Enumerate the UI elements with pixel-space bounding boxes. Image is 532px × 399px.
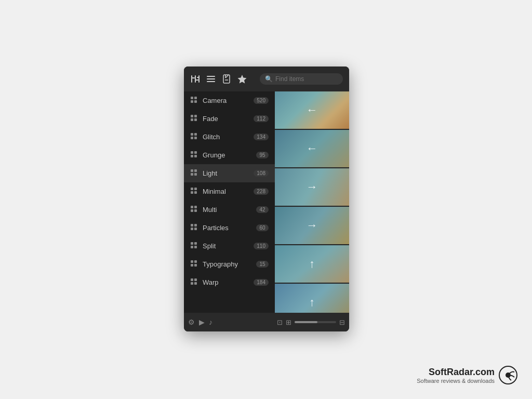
preview-item-5[interactable]: ↑: [275, 245, 349, 283]
svg-rect-27: [194, 151, 197, 154]
grunge-count: 95: [256, 152, 269, 158]
svg-rect-52: [191, 264, 193, 267]
multi-label: Multi: [203, 206, 252, 214]
fullscreen-icon[interactable]: ⊟: [339, 318, 345, 326]
light-label: Light: [203, 169, 249, 177]
preview-item-6[interactable]: ↑: [275, 284, 349, 313]
expand-icon[interactable]: ⊞: [286, 318, 291, 326]
play-icon[interactable]: ▶: [199, 318, 205, 326]
svg-rect-17: [194, 100, 197, 103]
music-icon[interactable]: ♪: [209, 318, 212, 326]
sidebar-item-camera[interactable]: Camera 520: [184, 91, 275, 110]
svg-rect-53: [194, 264, 197, 267]
preview-arrow-6: ↑: [309, 296, 315, 309]
sidebar-item-fade[interactable]: Fade 112: [184, 110, 275, 128]
svg-rect-43: [194, 224, 197, 227]
search-input[interactable]: [275, 75, 338, 83]
sidebar-item-glitch[interactable]: Glitch 134: [184, 128, 275, 146]
svg-rect-48: [191, 246, 193, 248]
warp-label: Warp: [203, 278, 249, 286]
sidebar-item-grunge[interactable]: Grunge 95: [184, 146, 275, 164]
svg-rect-40: [191, 209, 193, 212]
light-category-icon: [190, 169, 198, 178]
sidebar: Camera 520 Fade 112 Glitch 134: [184, 91, 275, 313]
minimal-category-icon: [190, 187, 198, 196]
sidebar-item-split[interactable]: Split 110: [184, 237, 275, 255]
split-label: Split: [203, 242, 249, 250]
svg-rect-28: [191, 155, 193, 157]
svg-rect-23: [194, 133, 197, 136]
warp-category-icon: [190, 278, 198, 287]
preview-arrow-4: →: [307, 219, 318, 232]
preview-item-2[interactable]: ←: [275, 130, 349, 167]
typography-label: Typography: [203, 260, 252, 268]
bottom-left-icons: ⚙ ▶ ♪: [188, 318, 212, 326]
preview-item-4[interactable]: →: [275, 207, 349, 244]
fade-label: Fade: [203, 115, 249, 123]
toolbar-icons: [190, 74, 247, 84]
svg-rect-54: [191, 278, 193, 281]
export-icon[interactable]: [221, 74, 232, 84]
glitch-count: 134: [254, 134, 269, 140]
fade-category-icon: [190, 114, 198, 123]
multi-count: 42: [256, 206, 269, 213]
svg-rect-14: [191, 97, 193, 99]
favorites-icon[interactable]: [237, 74, 247, 84]
svg-rect-4: [198, 75, 200, 83]
preview-panel: ← ← → → ↑ ↑: [275, 91, 349, 313]
svg-rect-0: [191, 75, 192, 83]
svg-rect-33: [194, 173, 197, 176]
svg-marker-13: [238, 75, 247, 84]
svg-rect-49: [194, 246, 197, 248]
preview-item-1[interactable]: ←: [275, 91, 349, 129]
svg-rect-20: [191, 118, 193, 121]
svg-rect-16: [191, 100, 193, 103]
svg-rect-15: [194, 97, 197, 99]
svg-rect-1: [191, 77, 195, 78]
svg-rect-26: [191, 151, 193, 154]
typography-category-icon: [190, 260, 198, 269]
svg-rect-24: [191, 137, 193, 139]
settings-bottom-icon[interactable]: ⚙: [188, 318, 195, 326]
grunge-category-icon: [190, 151, 198, 159]
resize-icon[interactable]: ⊡: [277, 318, 283, 326]
preview-arrow-1: ←: [307, 103, 318, 117]
multi-category-icon: [190, 205, 198, 214]
sidebar-item-light[interactable]: Light 108: [184, 164, 275, 182]
watermark-text: SoftRadar.com Software reviews & downloa…: [417, 367, 495, 384]
sidebar-item-multi[interactable]: Multi 42: [184, 201, 275, 219]
svg-rect-31: [194, 169, 197, 172]
svg-rect-39: [194, 206, 197, 208]
svg-rect-34: [191, 188, 193, 190]
app-window: 🔍 Camera 520 Fade: [184, 66, 349, 331]
preview-arrow-2: ←: [307, 142, 318, 155]
svg-rect-42: [191, 224, 193, 227]
search-box[interactable]: 🔍: [260, 73, 343, 85]
svg-rect-36: [191, 191, 193, 194]
svg-rect-44: [191, 228, 193, 230]
progress-bar-container: [295, 321, 336, 323]
svg-rect-2: [195, 75, 196, 83]
minimal-label: Minimal: [203, 188, 249, 195]
list-icon[interactable]: [206, 74, 216, 84]
watermark-subtitle: Software reviews & downloads: [417, 378, 495, 384]
progress-bar-fill: [295, 321, 317, 323]
camera-category-icon: [190, 96, 198, 105]
svg-rect-5: [197, 77, 200, 78]
sidebar-item-typography[interactable]: Typography 15: [184, 255, 275, 273]
minimal-count: 228: [254, 188, 269, 195]
sliders-icon[interactable]: [190, 74, 201, 84]
sidebar-item-minimal[interactable]: Minimal 228: [184, 182, 275, 201]
search-icon: 🔍: [265, 75, 273, 83]
typography-count: 15: [256, 261, 269, 268]
preview-item-3[interactable]: →: [275, 168, 349, 206]
sidebar-item-warp[interactable]: Warp 184: [184, 273, 275, 291]
svg-rect-46: [191, 242, 193, 245]
split-count: 110: [254, 243, 269, 249]
svg-rect-51: [194, 260, 197, 263]
svg-rect-18: [191, 115, 193, 117]
particles-count: 60: [256, 224, 269, 231]
svg-line-11: [225, 75, 229, 78]
camera-label: Camera: [203, 97, 249, 104]
sidebar-item-particles[interactable]: Particles 60: [184, 219, 275, 237]
